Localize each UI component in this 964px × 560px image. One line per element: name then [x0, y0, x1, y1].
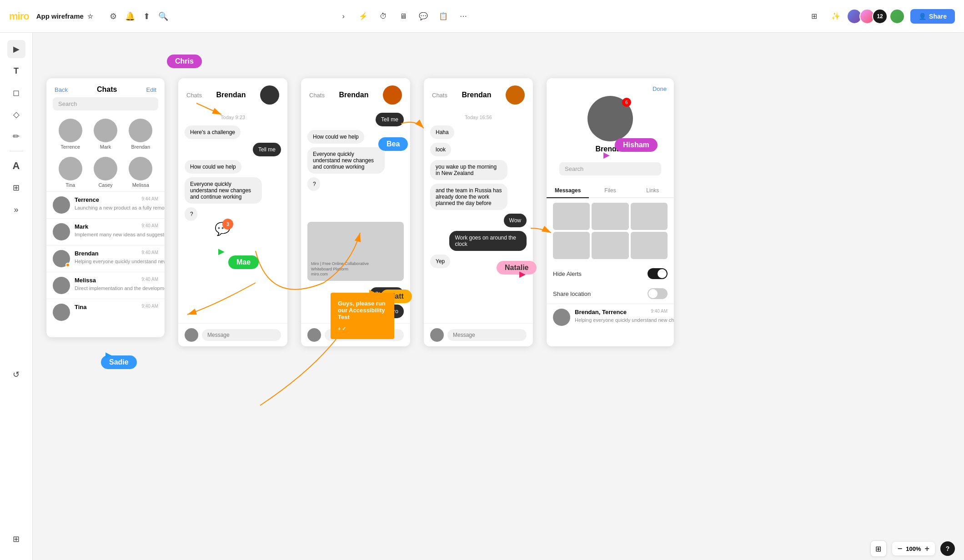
shape-tool[interactable]: ◇: [7, 105, 25, 124]
chris-label[interactable]: Chris: [167, 55, 202, 68]
av-mark[interactable]: Mark: [94, 119, 117, 150]
magic-icon[interactable]: ✨: [828, 8, 844, 25]
chat-item-tina[interactable]: Tina 9:40 AM: [46, 299, 165, 325]
chat-name-brendan: Brendan: [75, 250, 99, 257]
zoom-in-button[interactable]: +: [924, 545, 929, 553]
chat-dot-brendan: [65, 263, 70, 267]
panel5-recent-chat[interactable]: Brendan, Terrence 9:40 AM Helping everyo…: [547, 304, 674, 330]
select-tool[interactable]: ▶: [7, 40, 25, 58]
panel2-input[interactable]: [202, 329, 281, 341]
canvas: Back Chats Edit Search Terrence Mark Bre…: [33, 33, 964, 560]
notes-icon[interactable]: 📋: [435, 8, 452, 25]
panel4-input-av: [430, 328, 444, 342]
tab-files[interactable]: Files: [589, 184, 631, 197]
chat-item-melissa[interactable]: Melissa 9:40 AM Direct implementation an…: [46, 272, 165, 299]
hisham-label[interactable]: Hisham: [615, 138, 658, 152]
panel-toggle-button[interactable]: ⊞: [870, 540, 887, 557]
bell-icon[interactable]: 🔔: [125, 11, 135, 21]
av-brendan[interactable]: Brendan: [129, 119, 152, 150]
panel-brendan-chat-3: Chats Brendan Today 16:56 Haha look you …: [424, 78, 533, 346]
tab-links[interactable]: Links: [632, 184, 674, 197]
collapse-tool[interactable]: »: [7, 200, 25, 219]
msg-how-help: How could we help: [185, 160, 241, 174]
frame-tool[interactable]: ⊞: [7, 179, 25, 197]
toolbar: miro App wireframe ☆ ⚙ 🔔 ⬆ 🔍 › ⚡ ⏱ 🖥 💬 📋…: [0, 0, 964, 33]
msg-date-p2: Today 9:23: [185, 115, 281, 120]
app-title[interactable]: App wireframe ☆: [36, 12, 93, 20]
notification-badge: 3: [222, 219, 233, 230]
lightning-icon[interactable]: ⚡: [355, 8, 372, 25]
av-tina[interactable]: Tina: [59, 157, 82, 188]
app-title-text: App wireframe: [36, 12, 84, 20]
sticky-text: Guys, please run our Accessibility Test: [338, 300, 387, 320]
av-casey[interactable]: Casey: [94, 157, 117, 188]
av-name-melissa: Melissa: [132, 182, 149, 188]
bea-text: Bea: [387, 140, 400, 148]
text-a-tool[interactable]: A: [7, 157, 25, 175]
toggle-location-row: Share location: [547, 284, 674, 304]
panel4-msg-4: Wow: [504, 214, 527, 227]
done-button[interactable]: Done: [653, 85, 667, 92]
miro-logo[interactable]: miro: [9, 10, 29, 22]
chat-notification: 💬 3: [215, 221, 231, 236]
help-button[interactable]: ?: [940, 541, 955, 556]
filter-icon[interactable]: ⊞: [806, 8, 822, 25]
cursor-arrow-natalie: ▶: [519, 269, 526, 279]
toggle-alerts[interactable]: [648, 268, 668, 279]
panel2-chats[interactable]: Chats: [186, 92, 202, 99]
zoom-out-button[interactable]: −: [898, 545, 903, 553]
chat-av-melissa: [53, 277, 70, 294]
chat-item-terrence[interactable]: Terrence 9:44 AM Launching a new product…: [46, 191, 165, 218]
av-melissa[interactable]: Melissa: [129, 157, 152, 188]
media-thumb-1: [553, 203, 590, 230]
av-circle-brendan: [129, 119, 152, 142]
panel3-chats[interactable]: Chats: [309, 92, 325, 99]
av-terrence[interactable]: Terrence: [59, 119, 82, 150]
panel-tool[interactable]: ⊞: [7, 530, 25, 548]
search-icon[interactable]: 🔍: [158, 11, 168, 21]
chat-item-brendan[interactable]: Brendan 9:40 AM Helping everyone quickly…: [46, 245, 165, 272]
upload-icon[interactable]: ⬆: [143, 11, 150, 21]
av-circle-mark: [94, 119, 117, 142]
bea-label[interactable]: Bea: [378, 137, 408, 151]
pen-tool[interactable]: ✏: [7, 127, 25, 145]
cursor-arrow-hisham: ▶: [603, 150, 610, 160]
chats-search-bar[interactable]: Search: [53, 97, 158, 110]
mae-label[interactable]: Mae: [228, 255, 259, 269]
avatar-count[interactable]: 12: [872, 9, 888, 24]
profile-badge: 6: [622, 98, 631, 107]
toggle-location[interactable]: [648, 288, 668, 299]
bottom-bar: ⊞ − 100% + ?: [33, 537, 964, 560]
chat-item-mark[interactable]: Mark 9:40 AM Implement many new ideas an…: [46, 218, 165, 245]
tab-messages[interactable]: Messages: [547, 184, 589, 198]
panel-icon[interactable]: ⊞: [7, 530, 25, 553]
panel4-chats[interactable]: Chats: [432, 92, 447, 99]
back-button[interactable]: Back: [55, 86, 68, 93]
undo-tool[interactable]: ↺: [7, 365, 25, 384]
text-tool[interactable]: T: [7, 62, 25, 80]
monitor-icon[interactable]: 🖥: [395, 8, 412, 25]
edit-button[interactable]: Edit: [146, 86, 156, 93]
chat-icon[interactable]: 💬: [415, 8, 432, 25]
settings-icon[interactable]: ⚙: [110, 11, 117, 21]
msg-challenge: Here's a challenge: [185, 125, 241, 139]
star-icon[interactable]: ☆: [87, 13, 93, 20]
panel4-input[interactable]: [447, 329, 527, 341]
avatar-user[interactable]: [889, 9, 905, 24]
panel-brendan-chat-1: Chats Brendan Today 9:23 Here's a challe…: [178, 78, 287, 346]
share-button[interactable]: 👤 Share: [910, 9, 955, 24]
media-thumb-4: [553, 232, 590, 259]
expand-icon[interactable]: ⋯: [455, 8, 472, 25]
natalie-label[interactable]: Natalie: [497, 261, 537, 275]
timer-icon[interactable]: ⏱: [375, 8, 392, 25]
chat-preview-melissa: Direct implementation and the developmen…: [75, 285, 165, 291]
sticky-tool[interactable]: ◻: [7, 84, 25, 102]
panel3-header: Chats Brendan: [301, 78, 410, 108]
media-grid: [547, 198, 674, 264]
chevron-icon[interactable]: ›: [335, 8, 351, 25]
zoom-controls: − 100% +: [892, 542, 935, 555]
sticky-note-accessibility[interactable]: Guys, please run our Accessibility Test …: [331, 293, 394, 339]
profile-search[interactable]: Search: [559, 162, 661, 175]
msg-question: ?: [185, 207, 197, 221]
cursor-arrow-mae: ▶: [218, 246, 225, 256]
